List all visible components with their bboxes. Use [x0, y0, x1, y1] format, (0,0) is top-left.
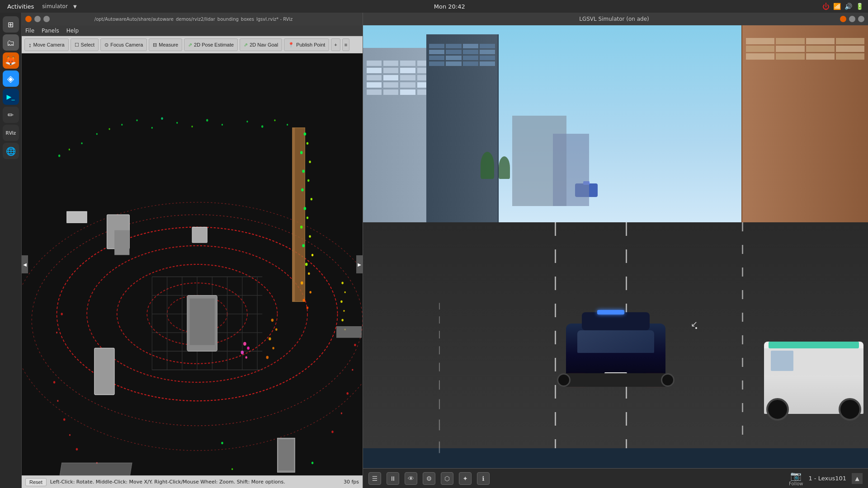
network-icon[interactable]: 📶 [833, 3, 841, 10]
rviz-toolbar: ↕ Move Camera ☐ Select ⊙ Focus Camera ⊟ … [22, 36, 363, 53]
lgsvl-expand-button[interactable]: ▲ [852, 473, 863, 484]
mouse-cursor: ↙ [691, 319, 696, 328]
move-camera-icon: ↕ [28, 42, 32, 48]
lane-center-left [555, 222, 556, 448]
tree-right [499, 156, 510, 179]
lgsvl-info-button[interactable]: ℹ [477, 472, 490, 485]
lgsvl-pause-button[interactable]: ⏸ [387, 472, 399, 485]
svg-point-99 [63, 418, 65, 421]
svg-point-76 [271, 319, 274, 322]
svg-point-81 [243, 342, 246, 346]
svg-point-41 [304, 207, 307, 210]
road-line-left [439, 303, 439, 459]
svg-point-66 [222, 124, 223, 126]
svg-rect-27 [67, 211, 87, 223]
svg-point-72 [287, 124, 288, 126]
svg-point-34 [307, 142, 308, 144]
rviz-instructions: Left-Click: Rotate. Middle-Click: Move X… [50, 479, 285, 485]
pose-estimate-button[interactable]: ⇗ 2D Pose Estimate [184, 38, 238, 51]
svg-point-33 [304, 132, 307, 136]
svg-rect-23 [189, 299, 214, 345]
svg-point-48 [308, 272, 310, 275]
svg-point-80 [266, 356, 269, 359]
svg-point-39 [301, 188, 304, 192]
svg-point-70 [261, 125, 263, 127]
svg-point-61 [151, 127, 153, 129]
lgsvl-plugins-button[interactable]: ✦ [459, 472, 472, 485]
rviz-menubar: File Panels Help [22, 25, 363, 36]
svg-point-45 [302, 244, 305, 247]
menu-help[interactable]: Help [66, 28, 79, 34]
svg-point-75 [58, 155, 60, 157]
rviz-min-btn[interactable] [34, 16, 41, 22]
svg-point-78 [269, 337, 271, 340]
svg-point-97 [53, 381, 55, 383]
svg-point-64 [191, 126, 193, 127]
globe-icon[interactable]: 🌐 [3, 143, 19, 159]
paint-icon[interactable]: ✏ [3, 107, 19, 123]
firefox-icon[interactable]: 🦊 [3, 52, 19, 69]
svg-point-101 [76, 448, 78, 450]
dock: ⊞ 🗂 🦊 ◈ ▶_ ✏ RViz 🌐 [0, 13, 22, 488]
lgsvl-simulator-view[interactable]: LEXUS [363, 25, 868, 468]
system-bar-left: Activities simulator ▼ [5, 2, 77, 11]
grid-icon[interactable]: ⊞ [3, 16, 19, 33]
svg-point-50 [309, 291, 311, 293]
add-toolbar-button[interactable]: + [331, 38, 340, 51]
reset-button[interactable]: Reset [25, 478, 47, 486]
svg-point-95 [61, 313, 62, 315]
vscode-icon[interactable]: ◈ [3, 70, 19, 87]
svg-point-110 [231, 468, 233, 470]
focus-camera-button[interactable]: ⊙ Focus Camera [100, 38, 147, 51]
terminal-icon[interactable]: ▶_ [3, 89, 19, 105]
rviz-titlebar: /opt/AutowareAuto/share/autoware_demos/r… [22, 13, 363, 25]
mid-building-2 [553, 134, 589, 206]
more-toolbar-button[interactable]: ≡ [342, 38, 349, 51]
svg-point-100 [69, 434, 71, 436]
svg-marker-112 [52, 463, 132, 475]
lgsvl-agents-button[interactable]: ⬡ [441, 472, 453, 485]
lgsvl-vehicle-name: 1 - Lexus101 [808, 475, 846, 482]
left-panel-collapse[interactable]: ◀ [22, 255, 28, 273]
battery-icon[interactable]: 🔋 [856, 3, 863, 10]
rviz-dock-icon[interactable]: RViz [3, 125, 19, 141]
files-icon[interactable]: 🗂 [3, 34, 19, 51]
main-content: /opt/AutowareAuto/share/autoware_demos/r… [22, 13, 868, 488]
close-icon[interactable]: ⏻ [822, 2, 830, 11]
activities-button[interactable]: Activities [5, 2, 37, 11]
move-camera-button[interactable]: ↕ Move Camera [24, 38, 69, 51]
publish-point-button[interactable]: 📍 Publish Point [284, 38, 329, 51]
lgsvl-camera-button[interactable]: 👁 [405, 472, 417, 485]
right-panel-collapse[interactable]: ▶ [356, 255, 363, 273]
svg-point-107 [354, 344, 356, 346]
lgsvl-menu-button[interactable]: ☰ [368, 472, 381, 485]
lgsvl-max-btn[interactable] [858, 16, 864, 22]
svg-point-59 [121, 124, 123, 126]
svg-point-56 [343, 310, 344, 312]
measure-button[interactable]: ⊟ Measure [149, 38, 182, 51]
sound-icon[interactable]: 🔊 [844, 3, 852, 10]
svg-point-40 [311, 198, 312, 200]
menu-panels[interactable]: Panels [42, 28, 59, 34]
menu-file[interactable]: File [25, 28, 34, 34]
rviz-3dview[interactable]: ◀ ▶ [22, 53, 363, 475]
lgsvl-settings-button[interactable]: ⚙ [423, 472, 435, 485]
svg-point-49 [301, 282, 303, 285]
lgsvl-bottombar: ☰ ⏸ 👁 ⚙ ⬡ ✦ ℹ 📷 Follow 1 - Lexus101 ▲ [363, 468, 868, 488]
svg-point-103 [331, 431, 333, 433]
lgsvl-titlebar-controls [840, 16, 864, 22]
rviz-max-btn[interactable] [43, 16, 50, 22]
lgsvl-close-btn[interactable] [840, 16, 846, 22]
select-button[interactable]: ☐ Select [71, 38, 99, 51]
svg-point-108 [221, 442, 223, 444]
measure-icon: ⊟ [153, 42, 157, 48]
tree-left [481, 152, 494, 179]
rviz-close-btn[interactable] [25, 16, 32, 22]
svg-point-84 [245, 356, 247, 358]
lgsvl-follow-camera-button[interactable]: 📷 Follow [789, 470, 803, 486]
svg-point-104 [341, 413, 342, 414]
svg-point-54 [344, 291, 346, 293]
lgsvl-min-btn[interactable] [849, 16, 855, 22]
nav-goal-button[interactable]: ⇗ 2D Nav Goal [240, 38, 282, 51]
app-dropdown-icon[interactable]: ▼ [73, 4, 77, 9]
